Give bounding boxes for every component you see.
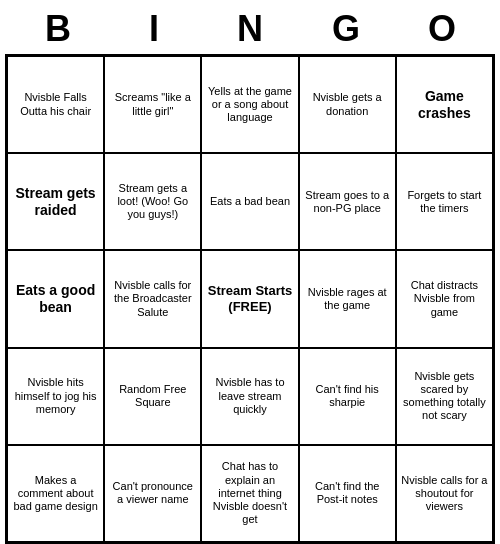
bingo-cell-22[interactable]: Chat has to explain an internet thing Nv… <box>201 445 298 542</box>
bingo-cell-6[interactable]: Stream gets a loot! (Woo! Go you guys!) <box>104 153 201 250</box>
bingo-cell-5[interactable]: Stream gets raided <box>7 153 104 250</box>
bingo-cell-23[interactable]: Can't find the Post-it notes <box>299 445 396 542</box>
bingo-cell-11[interactable]: Nvisble calls for the Broadcaster Salute <box>104 250 201 347</box>
header-i: I <box>110 8 198 50</box>
bingo-cell-8[interactable]: Stream goes to a non-PG place <box>299 153 396 250</box>
bingo-cell-19[interactable]: Nvisble gets scared by something totally… <box>396 348 493 445</box>
bingo-cell-14[interactable]: Chat distracts Nvisble from game <box>396 250 493 347</box>
bingo-cell-15[interactable]: Nvisble hits himself to jog his memory <box>7 348 104 445</box>
bingo-cell-7[interactable]: Eats a bad bean <box>201 153 298 250</box>
bingo-cell-10[interactable]: Eats a good bean <box>7 250 104 347</box>
bingo-cell-20[interactable]: Makes a comment about bad game design <box>7 445 104 542</box>
bingo-cell-21[interactable]: Can't pronounce a viewer name <box>104 445 201 542</box>
bingo-cell-24[interactable]: Nvisble calls for a shoutout for viewers <box>396 445 493 542</box>
bingo-cell-13[interactable]: Nvisble rages at the game <box>299 250 396 347</box>
bingo-cell-0[interactable]: Nvisble Falls Outta his chair <box>7 56 104 153</box>
header-b: B <box>14 8 102 50</box>
bingo-header: B I N G O <box>10 0 490 54</box>
header-o: O <box>398 8 486 50</box>
bingo-grid: Nvisble Falls Outta his chairScreams "li… <box>5 54 495 544</box>
bingo-cell-2[interactable]: Yells at the game or a song about langua… <box>201 56 298 153</box>
bingo-cell-1[interactable]: Screams "like a little girl" <box>104 56 201 153</box>
header-n: N <box>206 8 294 50</box>
bingo-cell-9[interactable]: Forgets to start the timers <box>396 153 493 250</box>
bingo-cell-12[interactable]: Stream Starts (FREE) <box>201 250 298 347</box>
bingo-cell-17[interactable]: Nvisble has to leave stream quickly <box>201 348 298 445</box>
bingo-cell-4[interactable]: Game crashes <box>396 56 493 153</box>
header-g: G <box>302 8 390 50</box>
bingo-cell-16[interactable]: Random Free Square <box>104 348 201 445</box>
bingo-cell-18[interactable]: Can't find his sharpie <box>299 348 396 445</box>
bingo-cell-3[interactable]: Nvisble gets a donation <box>299 56 396 153</box>
